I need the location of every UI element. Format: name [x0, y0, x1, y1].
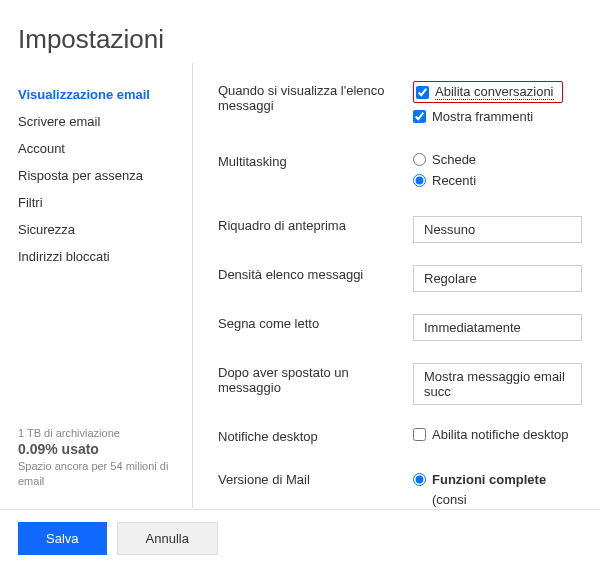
nav-list: Visualizzazione email Scrivere email Acc…: [18, 81, 192, 270]
radio-label-rest: (consi: [432, 492, 467, 507]
sidebar-item-filters[interactable]: Filtri: [18, 189, 192, 216]
setting-label: Versione di Mail: [218, 470, 413, 487]
checkbox-conversations[interactable]: [416, 86, 429, 99]
checkbox-label: Abilita conversazioni: [435, 84, 554, 100]
storage-info: 1 TB di archiviazione 0.09% usato Spazio…: [18, 427, 192, 508]
highlight-box: Abilita conversazioni: [413, 81, 563, 103]
setting-control: Schede Recenti: [413, 152, 582, 194]
setting-label: Segna come letto: [218, 314, 413, 331]
setting-control: Immediatamente: [413, 314, 582, 341]
select-mark-read[interactable]: Immediatamente: [413, 314, 582, 341]
setting-control: Regolare: [413, 265, 582, 292]
setting-control: Nessuno: [413, 216, 582, 243]
content: Quando si visualizza l'elenco messaggi A…: [193, 63, 582, 567]
setting-label: Multitasking: [218, 152, 413, 169]
setting-desktop-notif: Notifiche desktop Abilita notifiche desk…: [218, 427, 582, 448]
setting-preview-pane: Riquadro di anteprima Nessuno: [218, 216, 582, 243]
storage-used: 0.09% usato: [18, 441, 182, 457]
cancel-button[interactable]: Annulla: [117, 522, 218, 555]
setting-label: Dopo aver spostato un messaggio: [218, 363, 413, 395]
setting-control: Mostra messaggio email succ: [413, 363, 582, 405]
select-after-move[interactable]: Mostra messaggio email succ: [413, 363, 582, 405]
setting-control: Abilita notifiche desktop: [413, 427, 582, 448]
select-preview-pane[interactable]: Nessuno: [413, 216, 582, 243]
radio-label: Schede: [432, 152, 476, 167]
header: Impostazioni: [0, 0, 600, 63]
setting-mark-read: Segna come letto Immediatamente: [218, 314, 582, 341]
checkbox-desktop-notif-wrapper: Abilita notifiche desktop: [413, 427, 582, 442]
checkbox-conversations-wrapper: Abilita conversazioni: [413, 81, 582, 103]
checkbox-snippets-wrapper: Mostra frammenti: [413, 109, 582, 124]
checkbox-snippets[interactable]: [413, 110, 426, 123]
setting-label: Quando si visualizza l'elenco messaggi: [218, 81, 413, 113]
sidebar-item-account[interactable]: Account: [18, 135, 192, 162]
checkbox-label: Abilita notifiche desktop: [432, 427, 569, 442]
sidebar-item-blocked[interactable]: Indirizzi bloccati: [18, 243, 192, 270]
setting-label: Notifiche desktop: [218, 427, 413, 444]
storage-remaining: Spazio ancora per 54 milioni di email: [18, 459, 182, 488]
sidebar-item-security[interactable]: Sicurezza: [18, 216, 192, 243]
main-area: Visualizzazione email Scrivere email Acc…: [0, 63, 600, 567]
save-button[interactable]: Salva: [18, 522, 107, 555]
setting-label: Densità elenco messaggi: [218, 265, 413, 282]
page-title: Impostazioni: [18, 24, 600, 55]
radio-full[interactable]: [413, 473, 426, 486]
checkbox-label: Mostra frammenti: [432, 109, 533, 124]
radio-tabs-wrapper: Schede: [413, 152, 582, 167]
select-density[interactable]: Regolare: [413, 265, 582, 292]
sidebar-item-out-of-office[interactable]: Risposta per assenza: [18, 162, 192, 189]
radio-recent-wrapper: Recenti: [413, 173, 582, 188]
setting-control: Abilita conversazioni Mostra frammenti: [413, 81, 582, 130]
sidebar-item-view-email[interactable]: Visualizzazione email: [18, 81, 192, 108]
checkbox-desktop-notif[interactable]: [413, 428, 426, 441]
setting-multitasking: Multitasking Schede Recenti: [218, 152, 582, 194]
radio-label-bold: Funzioni complete: [432, 472, 546, 487]
storage-total: 1 TB di archiviazione: [18, 427, 182, 439]
setting-label: Riquadro di anteprima: [218, 216, 413, 233]
setting-density: Densità elenco messaggi Regolare: [218, 265, 582, 292]
sidebar: Visualizzazione email Scrivere email Acc…: [18, 63, 193, 508]
radio-label: Recenti: [432, 173, 476, 188]
sidebar-item-write-email[interactable]: Scrivere email: [18, 108, 192, 135]
radio-tabs[interactable]: [413, 153, 426, 166]
radio-recent[interactable]: [413, 174, 426, 187]
setting-message-list: Quando si visualizza l'elenco messaggi A…: [218, 81, 582, 130]
footer: Salva Annulla: [0, 509, 600, 567]
setting-after-move: Dopo aver spostato un messaggio Mostra m…: [218, 363, 582, 405]
